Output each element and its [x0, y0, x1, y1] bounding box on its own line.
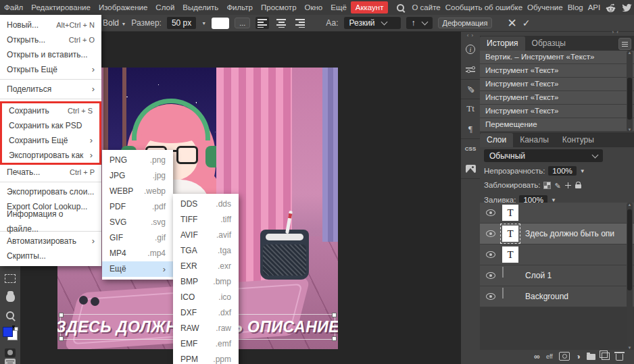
layer-row[interactable]: T Здесь должно быть опи [480, 224, 634, 244]
menu-window[interactable]: Окно [301, 0, 327, 15]
account-button[interactable]: Аккаунт [351, 1, 389, 14]
menu-more[interactable]: Ещё [326, 0, 351, 15]
align-left-button[interactable] [255, 17, 269, 29]
keyboard-shortcuts-button[interactable] [0, 353, 20, 364]
marquee-tool[interactable] [0, 269, 20, 287]
export-svg[interactable]: SVG.svg [102, 215, 173, 230]
menu-item-save-as-psd[interactable]: Сохранить как PSD [2, 118, 99, 133]
menu-file[interactable]: Файл [0, 0, 27, 15]
twitter-icon[interactable] [621, 2, 633, 14]
layers-scrollbar[interactable]: ▲ ▼ [627, 203, 633, 350]
visibility-toggle[interactable] [486, 271, 495, 280]
tab-history[interactable]: История [480, 36, 525, 51]
menu-filter[interactable]: Фильтр [222, 0, 257, 15]
menu-item-file-info[interactable]: Информация о файле... [0, 214, 101, 229]
layer-thumbnail[interactable] [502, 267, 518, 284]
properties-icon[interactable] [463, 63, 478, 76]
zoom-tool[interactable] [0, 307, 20, 324]
scroll-up-arrow[interactable]: ▲ [627, 51, 633, 55]
search-icon[interactable] [397, 4, 404, 11]
tab-paths[interactable]: Контуры [556, 133, 601, 147]
menu-item-save-more[interactable]: Сохранить Ещё› [2, 133, 99, 148]
history-panel-menu-button[interactable] [618, 38, 631, 50]
visibility-toggle[interactable] [486, 251, 495, 259]
layer-effects-icon[interactable]: eff [546, 353, 553, 360]
layer-row[interactable]: T [480, 203, 634, 224]
panel-collapse-handle[interactable]: ‹ › [467, 32, 474, 40]
menu-layer[interactable]: Слой [151, 0, 178, 15]
history-step[interactable]: Инструмент «Текст» [480, 78, 634, 91]
menu-item-open-and-place[interactable]: Открыть и вставить... [0, 47, 101, 62]
transform-handle[interactable] [59, 336, 64, 341]
export-tiff[interactable]: TIFF.tiff [173, 212, 239, 228]
export-raw[interactable]: RAW.raw [173, 321, 239, 336]
layer-thumbnail[interactable]: T [502, 226, 518, 242]
export-dds[interactable]: DDS.dds [173, 197, 239, 212]
export-ico[interactable]: ICO.ico [173, 290, 239, 305]
lock-pixels-icon[interactable]: ✎ [554, 182, 560, 189]
hand-tool[interactable] [0, 288, 20, 306]
visibility-toggle[interactable] [486, 230, 495, 238]
paragraph-panel-icon[interactable]: ¶ [463, 122, 478, 136]
export-exr[interactable]: EXR.exr [173, 259, 239, 274]
delete-layer-icon[interactable] [616, 354, 623, 361]
export-avif[interactable]: AVIF.avif [173, 228, 239, 243]
orientation-select[interactable]: ↑ [406, 17, 433, 29]
layer-row[interactable]: Background [480, 286, 634, 307]
adjustment-layer-icon[interactable]: ◑ [576, 353, 581, 361]
menu-item-new[interactable]: Новый...Alt+Ctrl + N [0, 18, 101, 32]
lock-position-icon[interactable] [564, 182, 572, 189]
menu-item-export-as[interactable]: Экспортировать как› [2, 148, 99, 163]
layer-name[interactable]: Здесь должно быть опи [525, 229, 614, 238]
new-layer-icon[interactable] [602, 353, 610, 360]
text-color-swatch[interactable] [212, 18, 229, 29]
export-jpg[interactable]: JPG.jpg [102, 168, 173, 184]
link-blog[interactable]: Blog [568, 0, 583, 15]
layer-thumbnail[interactable] [502, 288, 518, 305]
font-style-select[interactable]: Bold ▼ [103, 18, 126, 28]
tab-channels[interactable]: Каналы [513, 133, 556, 147]
history-scrollbar[interactable]: ▲ ▼ [627, 51, 633, 132]
lock-all-icon[interactable] [575, 182, 581, 189]
more-text-options-button[interactable]: ... [235, 18, 250, 28]
menu-item-open[interactable]: Открыть...Ctrl + O [0, 32, 101, 47]
link-about[interactable]: О сайте [412, 0, 440, 15]
foreground-color[interactable] [3, 327, 13, 337]
confirm-icon[interactable]: ✓ [522, 18, 531, 28]
opacity-input[interactable]: 100% [548, 166, 576, 176]
history-step[interactable]: Вертик. – Инструмент «Текст» [480, 51, 634, 64]
add-mask-icon[interactable] [559, 352, 570, 361]
new-group-icon[interactable] [587, 354, 595, 360]
history-step[interactable]: Инструмент «Текст» [480, 105, 634, 118]
panel-collapse-handle[interactable]: › ‹ [612, 29, 619, 35]
align-right-button[interactable] [293, 17, 307, 29]
scroll-down-arrow[interactable]: ▼ [627, 128, 633, 132]
scroll-up-arrow[interactable]: ▲ [627, 203, 633, 207]
scrollbar-thumb[interactable] [627, 78, 632, 120]
layer-row[interactable]: Слой 1 [480, 265, 634, 286]
export-emf[interactable]: EMF.emf [173, 336, 239, 352]
smoothing-select[interactable]: Резкий [344, 17, 401, 29]
visibility-toggle[interactable] [486, 292, 495, 301]
scrollbar-thumb[interactable] [627, 209, 632, 290]
layer-name[interactable]: Background [525, 292, 568, 301]
export-png[interactable]: PNG.png [102, 153, 173, 168]
layer-thumbnail[interactable]: T [502, 205, 518, 221]
export-gif[interactable]: GIF.gif [102, 230, 173, 246]
export-ppm[interactable]: PPM.ppm [173, 352, 239, 364]
export-more[interactable]: Ещё› [102, 261, 173, 277]
cancel-icon[interactable]: ✕ [507, 16, 516, 30]
export-tga[interactable]: TGA.tga [173, 243, 239, 259]
transform-handle[interactable] [332, 313, 337, 317]
layer-name[interactable]: Слой 1 [525, 271, 552, 280]
reddit-icon[interactable] [605, 2, 616, 14]
history-step[interactable]: Инструмент «Текст» [480, 64, 634, 78]
layer-thumbnail[interactable]: T [502, 246, 518, 263]
blend-mode-select[interactable]: Обычный [484, 149, 603, 162]
image-panel-icon[interactable] [463, 162, 478, 176]
info-icon[interactable]: i [463, 43, 478, 56]
export-pdf[interactable]: PDF.pdf [102, 199, 173, 215]
menu-edit[interactable]: Редактирование [27, 0, 95, 15]
brush-icon[interactable]: ✎ [464, 82, 477, 97]
history-step[interactable]: Перемещение [480, 118, 634, 132]
